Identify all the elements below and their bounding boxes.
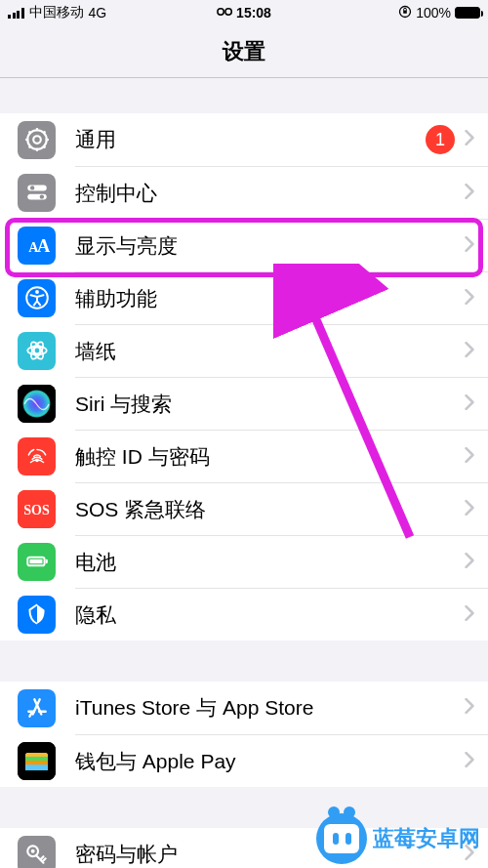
svg-point-46 xyxy=(30,849,34,853)
row-label: 隐私 xyxy=(75,601,116,629)
signal-icon xyxy=(8,8,24,19)
nav-header: 设置 xyxy=(0,25,488,78)
settings-section-2: iTunes Store 与 App Store 钱包与 Apple Pay xyxy=(0,682,488,787)
wallet-icon xyxy=(18,742,56,780)
privacy-icon xyxy=(18,596,56,634)
row-touchid[interactable]: 触控 ID 与密码 xyxy=(0,430,488,482)
text-size-icon: AA xyxy=(18,227,56,265)
row-appstore[interactable]: iTunes Store 与 App Store xyxy=(0,682,488,734)
watermark: 蓝莓安卓网 xyxy=(316,813,480,864)
network-label: 4G xyxy=(89,5,107,21)
battery-icon xyxy=(18,543,56,581)
orientation-lock-icon xyxy=(398,5,412,21)
svg-line-38 xyxy=(29,714,31,717)
row-battery[interactable]: 电池 xyxy=(0,535,488,588)
row-wallet[interactable]: 钱包与 Apple Pay xyxy=(0,734,488,787)
svg-rect-3 xyxy=(403,10,407,13)
row-label: 触控 ID 与密码 xyxy=(75,443,210,471)
switches-icon xyxy=(18,174,56,212)
svg-point-17 xyxy=(39,194,43,198)
wallpaper-icon xyxy=(18,332,56,370)
row-label: 显示与亮度 xyxy=(75,232,178,260)
battery-label: 100% xyxy=(416,5,451,21)
svg-point-5 xyxy=(33,136,41,144)
row-label: 钱包与 Apple Pay xyxy=(75,748,236,775)
svg-rect-32 xyxy=(29,559,42,563)
svg-point-0 xyxy=(218,9,224,15)
chevron-right-icon xyxy=(465,342,474,361)
chevron-right-icon xyxy=(465,236,474,256)
gear-icon xyxy=(18,121,56,159)
carrier-label: 中国移动 xyxy=(29,4,84,21)
row-control-center[interactable]: 控制中心 xyxy=(0,166,488,219)
page-title: 设置 xyxy=(223,37,265,66)
svg-text:A: A xyxy=(37,236,50,256)
watermark-logo-icon xyxy=(316,813,367,864)
row-siri[interactable]: Siri 与搜索 xyxy=(0,377,488,430)
row-label: 墙纸 xyxy=(75,338,116,365)
svg-rect-44 xyxy=(25,765,48,770)
accessibility-icon xyxy=(18,279,56,317)
key-icon xyxy=(18,836,56,869)
notification-badge: 1 xyxy=(426,125,455,154)
chevron-right-icon xyxy=(465,447,474,467)
svg-point-1 xyxy=(225,9,231,15)
chevron-right-icon xyxy=(465,553,474,572)
svg-rect-33 xyxy=(45,559,47,563)
svg-point-15 xyxy=(29,186,33,189)
row-label: 通用 xyxy=(75,126,116,153)
time-label: 15:08 xyxy=(236,5,271,21)
row-accessibility[interactable]: 辅助功能 xyxy=(0,271,488,324)
row-label: iTunes Store 与 App Store xyxy=(75,694,313,722)
chevron-right-icon xyxy=(465,394,474,414)
row-label: 辅助功能 xyxy=(75,285,157,312)
status-bar: 中国移动 4G 15:08 100% xyxy=(0,0,488,25)
chevron-right-icon xyxy=(465,130,474,149)
sos-icon: SOS xyxy=(18,490,56,528)
svg-point-21 xyxy=(35,290,39,294)
svg-text:SOS: SOS xyxy=(23,503,50,517)
battery-icon xyxy=(455,7,480,19)
row-general[interactable]: 通用 1 xyxy=(0,113,488,166)
fingerprint-icon xyxy=(18,437,56,475)
row-label: 电池 xyxy=(75,549,116,576)
settings-section-1: 通用 1 控制中心 AA 显示与亮度 辅助功能 xyxy=(0,113,488,641)
chevron-right-icon xyxy=(465,289,474,309)
row-sos[interactable]: SOS SOS 紧急联络 xyxy=(0,482,488,535)
chevron-right-icon xyxy=(465,752,474,771)
chevron-right-icon xyxy=(465,698,474,718)
row-label: 控制中心 xyxy=(75,180,157,207)
row-label: 密码与帐户 xyxy=(75,841,178,868)
chevron-right-icon xyxy=(465,184,474,203)
chevron-right-icon xyxy=(465,605,474,625)
svg-point-22 xyxy=(33,348,40,354)
hotspot-icon xyxy=(217,5,232,21)
row-display-brightness[interactable]: AA 显示与亮度 xyxy=(0,219,488,271)
row-label: SOS 紧急联络 xyxy=(75,496,206,523)
chevron-right-icon xyxy=(465,500,474,519)
siri-icon xyxy=(18,385,56,423)
row-privacy[interactable]: 隐私 xyxy=(0,588,488,641)
row-wallpaper[interactable]: 墙纸 xyxy=(0,324,488,377)
watermark-text: 蓝莓安卓网 xyxy=(373,824,480,853)
row-label: Siri 与搜索 xyxy=(75,391,172,418)
appstore-icon xyxy=(18,689,56,727)
